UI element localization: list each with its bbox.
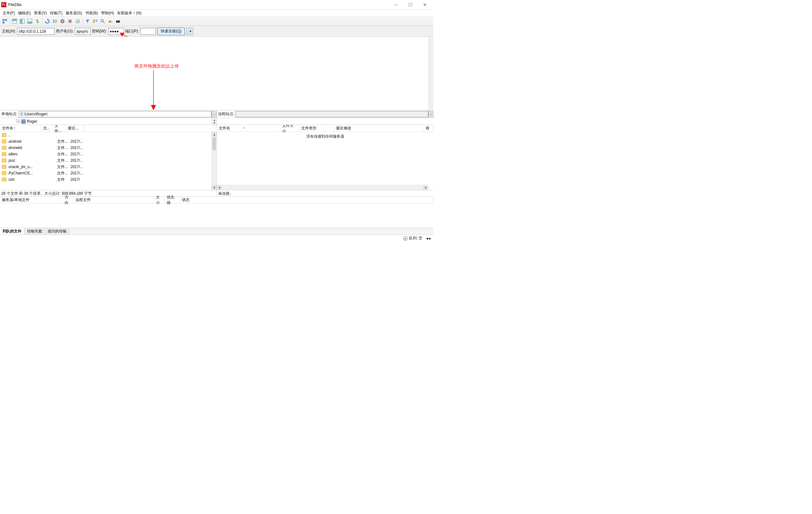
svg-rect-16 <box>93 22 95 23</box>
toggle-log-button[interactable] <box>11 18 18 25</box>
menu-edit[interactable]: 编辑(E) <box>17 10 32 17</box>
svg-rect-18 <box>95 21 97 22</box>
folder-icon <box>2 165 6 169</box>
pass-input[interactable] <box>108 28 124 35</box>
svg-rect-8 <box>28 22 32 24</box>
host-input[interactable] <box>17 28 55 35</box>
queue-tab-queued[interactable]: 列队的文件 <box>0 228 24 235</box>
speed-limit-button[interactable] <box>107 18 114 25</box>
queue-icon: ⌀ <box>403 236 408 241</box>
titlebar: Fz FileZilla ─ ☐ ✕ <box>0 0 433 9</box>
remote-site-input[interactable] <box>236 111 428 117</box>
local-tree-scrollbar[interactable]: ▴▾ <box>211 118 216 124</box>
pass-label: 密码(W): <box>92 29 107 34</box>
queue-col-status[interactable]: 状态 <box>180 197 433 203</box>
remote-site-dropdown[interactable]: ⌄ <box>428 111 433 117</box>
refresh-button[interactable] <box>44 18 51 25</box>
queue-col-server[interactable]: 服务器/本地文件 <box>0 197 63 203</box>
menu-update[interactable]: 有新版本！(N) <box>116 10 143 17</box>
toggle-queue-button[interactable] <box>26 18 33 25</box>
col-size-remote[interactable]: 文件大小 <box>280 125 299 132</box>
col-date-remote[interactable]: 最近修改 <box>334 125 424 132</box>
remote-file-list: 文件名 ^ 文件大小 文件类型 最近修改 权 没有连接到任何服务器 ◂▸ <box>217 125 433 190</box>
disconnect-button[interactable] <box>66 18 74 25</box>
queue-col-priority[interactable]: 优先级 <box>165 197 180 203</box>
remote-tree[interactable] <box>217 118 433 124</box>
file-row[interactable]: .android文件...2017/... <box>0 138 216 145</box>
app-logo-icon: Fz <box>1 2 6 7</box>
local-site-input[interactable] <box>19 111 211 117</box>
col-type[interactable]: 文件... <box>53 125 66 132</box>
queue-col-size[interactable]: 大小 <box>154 197 165 203</box>
queue-col-remote[interactable]: 远程文件 <box>74 197 154 203</box>
toggle-tree-button[interactable] <box>19 18 26 25</box>
col-date[interactable]: 最近... <box>66 125 84 132</box>
col-name[interactable]: 文件名 ^ <box>0 125 41 132</box>
tree-user-label: Roger <box>27 119 37 124</box>
tree-row: + Roger ▴▾ <box>0 118 433 125</box>
file-row[interactable]: .oracle_jre_u...文件...2017/... <box>0 164 216 170</box>
col-perm-remote[interactable]: 权 <box>424 125 433 132</box>
file-row[interactable]: .. <box>0 132 216 138</box>
local-site-panel: 本地站点: ⌄ <box>0 110 217 118</box>
maximize-button[interactable]: ☐ <box>403 0 417 9</box>
menu-help[interactable]: 帮助(H) <box>100 10 115 17</box>
log-scrollbar[interactable] <box>428 37 433 110</box>
queue-tab-failed[interactable]: 传输失败 <box>24 228 45 235</box>
sync-browse-button[interactable] <box>34 18 41 25</box>
remote-site-panel: 远程站点: ⌄ <box>217 110 433 118</box>
reconnect-button[interactable] <box>74 18 81 25</box>
queue-col-direction[interactable]: 方向 <box>63 197 74 203</box>
toolbar <box>0 17 433 26</box>
process-queue-button[interactable] <box>51 18 58 25</box>
queue-tabs: 列队的文件 传输失败 成功的传输 <box>0 228 433 235</box>
annotation-text: 将文件拖拽至此以上传 <box>135 63 179 69</box>
file-row[interactable]: .PyCharmCE...文件...2017/... <box>0 170 216 176</box>
menu-view[interactable]: 查看(V) <box>33 10 48 17</box>
file-row[interactable]: .idlerc文件...2017/... <box>0 151 216 157</box>
local-file-body[interactable]: ...android文件...2017/....dronekit文件...201… <box>0 132 216 183</box>
queue-status: ⌀队列: 空 <box>403 236 423 241</box>
port-input[interactable] <box>140 28 156 35</box>
remote-empty-message: 没有连接到任何服务器 <box>217 132 433 141</box>
statusbar: ⌀队列: 空 ●● <box>0 235 433 241</box>
remote-file-header: 文件名 ^ 文件大小 文件类型 最近修改 权 <box>217 125 433 132</box>
svg-rect-6 <box>22 19 24 24</box>
user-input[interactable] <box>75 28 91 35</box>
tree-expand-icon[interactable]: + <box>17 119 20 123</box>
search-button[interactable] <box>99 18 106 25</box>
cancel-button[interactable] <box>59 18 66 25</box>
quickconnect-dropdown[interactable]: ▾ <box>186 28 193 35</box>
user-label: 用户名(U): <box>56 29 74 34</box>
local-tree[interactable]: + Roger ▴▾ <box>0 118 217 124</box>
file-row[interactable]: .dronekit文件...2017/... <box>0 145 216 151</box>
site-manager-button[interactable] <box>1 18 8 25</box>
menu-server[interactable]: 服务器(S) <box>64 10 83 17</box>
file-row[interactable]: .jssc文件...2017/... <box>0 157 216 164</box>
filter-button[interactable] <box>84 18 91 25</box>
minimize-button[interactable]: ─ <box>388 0 403 9</box>
menu-file[interactable]: 文件(F) <box>1 10 16 17</box>
svg-rect-3 <box>12 19 17 20</box>
file-row[interactable]: .ssh文件2017/ <box>0 176 216 183</box>
compare-button[interactable] <box>92 18 98 25</box>
local-file-scrollbar[interactable]: ▴▾ <box>211 132 216 190</box>
col-type-remote[interactable]: 文件类型 <box>299 125 334 132</box>
quickconnect-button[interactable]: 快速连接(Q) <box>157 28 185 35</box>
menu-bookmarks[interactable]: 书签(B) <box>84 10 99 17</box>
local-site-dropdown[interactable]: ⌄ <box>211 111 216 117</box>
app-title: FileZilla <box>8 3 21 7</box>
queue-body[interactable] <box>0 204 433 228</box>
menu-transfer[interactable]: 传输(T) <box>49 10 63 17</box>
svg-rect-17 <box>95 20 97 20</box>
remote-file-h-scrollbar[interactable]: ◂▸ <box>217 185 428 190</box>
folder-icon <box>2 159 6 162</box>
col-name-remote[interactable]: 文件名 ^ <box>217 125 280 132</box>
binoculars-button[interactable] <box>114 18 121 25</box>
quickconnect-bar: 主机(H): 用户名(U): 密码(W): 端口(P): 快速连接(Q) ▾ <box>0 26 433 37</box>
host-label: 主机(H): <box>2 29 16 34</box>
close-button[interactable]: ✕ <box>417 0 432 9</box>
queue-tab-success[interactable]: 成功的传输 <box>45 228 69 235</box>
svg-rect-14 <box>93 20 95 20</box>
col-size[interactable]: 文... <box>41 125 53 132</box>
